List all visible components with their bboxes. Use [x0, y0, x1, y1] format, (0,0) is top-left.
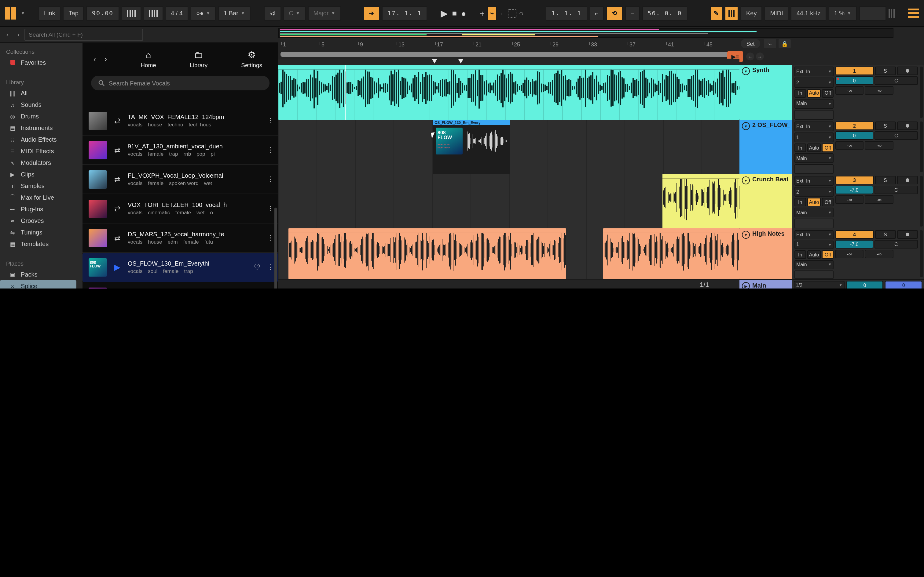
monitor-in-button[interactable]: In	[795, 143, 806, 152]
track-header-2-os-flow-13[interactable]: ▼2 OS_FLOW_13Ext. In▼ 1▼ In Auto Off Mai…	[740, 120, 924, 175]
empty-chooser[interactable]	[795, 219, 834, 228]
loop-icon[interactable]: ⇄	[112, 204, 122, 213]
more-options-icon[interactable]: ⋮	[267, 146, 273, 154]
sample-list-item[interactable]: ⇄TA_MK_VOX_FEMALE12_124bpm_vocalshousete…	[82, 106, 278, 135]
track-header-crunch-beat[interactable]: ▼Crunch BeatExt. In▼ 2▼ In Auto Off Main…	[740, 174, 924, 229]
midi-map-button[interactable]: MIDI	[764, 6, 788, 21]
key-map-button[interactable]: Key	[741, 6, 762, 21]
scale-toggle[interactable]: ♭♯	[264, 6, 281, 21]
sidebar-item-drums[interactable]: ◎Drums	[0, 111, 82, 122]
input-type-menu[interactable]: Ext. In▼	[795, 176, 834, 185]
sample-list-item[interactable]: ⇄DS_MT3_124_vocal_hook_female_vocalstech…	[82, 282, 278, 288]
nudge-up-button[interactable]	[143, 6, 163, 21]
prev-marker-button[interactable]: ←	[746, 53, 754, 60]
sample-list-item[interactable]: ⇄VOX_TORI_LETZLER_100_vocal_hvocalscinem…	[82, 194, 278, 224]
pan-field[interactable]: C	[874, 240, 918, 248]
link-button[interactable]: Link	[39, 6, 61, 21]
more-options-icon[interactable]: ⋮	[267, 234, 273, 242]
solo-button[interactable]: S	[875, 176, 896, 184]
fold-icon[interactable]: ▼	[742, 122, 750, 130]
audio-clip[interactable]	[278, 65, 740, 120]
arm-button[interactable]	[897, 66, 918, 75]
menu-icon[interactable]	[908, 8, 919, 18]
arrangement-overview[interactable]	[278, 28, 893, 38]
volume-field[interactable]: 0	[835, 131, 873, 140]
follow-button[interactable]: ➔	[363, 6, 380, 21]
sidebar-item-midi-effects[interactable]: ≣MIDI Effects	[0, 145, 82, 157]
browser-back-button[interactable]: ‹	[2, 29, 12, 40]
monitor-in-button[interactable]: In	[795, 198, 806, 206]
sidebar-item-all[interactable]: ||||All	[0, 87, 82, 99]
sidebar-item-templates[interactable]: ▦Templates	[0, 238, 82, 250]
volume-field[interactable]: -7.0	[835, 185, 873, 194]
sidebar-item-splice[interactable]: ∞Splice	[0, 280, 76, 288]
loop-length-field[interactable]: 56. 0. 0	[642, 6, 687, 21]
monitor-off-button[interactable]: Off	[822, 198, 834, 206]
sidebar-item-audio-effects[interactable]: ⁞⁞Audio Effects	[0, 134, 82, 145]
tap-tempo-button[interactable]: Tap	[63, 6, 84, 21]
pan-field[interactable]: C	[874, 185, 918, 194]
empty-chooser[interactable]	[795, 164, 834, 174]
audio-clip[interactable]: OS_FLOW_130_Em_Every808 FLOWRNB·SOUL POP…	[433, 120, 510, 175]
input-channel-menu[interactable]: 2▼	[795, 187, 834, 197]
sample-list-item[interactable]: ⇄DS_MARS_125_vocal_harmony_fevocalshouse…	[82, 224, 278, 253]
input-channel-menu[interactable]: 1▼	[795, 240, 834, 249]
draw-mode-button[interactable]: ✎	[710, 6, 722, 21]
solo-button[interactable]: S	[875, 230, 896, 239]
track-lane-crunch-beat[interactable]	[278, 174, 740, 229]
solo-button[interactable]: S	[875, 121, 896, 130]
scale-root-menu[interactable]: C▼	[283, 6, 305, 21]
splice-back-button[interactable]: ‹	[94, 55, 96, 63]
monitor-in-button[interactable]: In	[795, 89, 806, 97]
sample-list-item[interactable]: ⇄91V_AT_130_ambient_vocal_duenvocalsfema…	[82, 135, 278, 165]
stop-button[interactable]: ■	[452, 8, 457, 18]
splice-tab-settings[interactable]: ⚙Settings	[241, 50, 262, 68]
record-button[interactable]: ●	[461, 8, 466, 18]
arrangement-loop-brace[interactable]	[281, 52, 738, 57]
monitor-auto-button[interactable]: Auto	[807, 143, 821, 152]
browser-forward-button[interactable]: ›	[13, 29, 23, 40]
push-status-icon[interactable]	[5, 7, 16, 19]
audio-clip[interactable]	[603, 228, 740, 279]
locator-lane[interactable]	[278, 59, 740, 65]
track-lane-high-notes[interactable]	[278, 228, 740, 280]
splice-scrollbar[interactable]	[275, 208, 277, 288]
sidebar-item-tunings[interactable]: ⇋Tunings	[0, 227, 82, 238]
input-type-menu[interactable]: Ext. In▼	[795, 121, 834, 131]
arrangement-position-field[interactable]: 17. 1. 1	[382, 6, 427, 21]
sidebar-item-favorites[interactable]: Favorites	[0, 57, 82, 68]
track-lane-synth[interactable]	[278, 65, 740, 120]
punch-out-button[interactable]: ⌐	[625, 6, 640, 21]
session-record-button[interactable]	[508, 9, 516, 18]
splice-tab-library[interactable]: 🗀Library	[190, 50, 207, 68]
input-type-menu[interactable]: Ext. In▼	[795, 230, 834, 239]
loop-capture-icon[interactable]: ○	[519, 9, 523, 18]
empty-chooser[interactable]	[795, 110, 834, 120]
loop-icon[interactable]: ⇄	[112, 146, 122, 154]
arm-button[interactable]	[897, 230, 918, 239]
arm-button[interactable]	[897, 176, 918, 184]
arm-button[interactable]	[897, 121, 918, 130]
monitor-auto-button[interactable]: Auto	[807, 89, 821, 97]
more-options-icon[interactable]: ⋮	[267, 175, 273, 183]
browser-search-input[interactable]: Search All (Cmd + F)	[24, 28, 143, 40]
monitor-auto-button[interactable]: Auto	[807, 198, 821, 206]
fold-icon[interactable]: ▼	[742, 67, 750, 75]
track-header-high-notes[interactable]: ▼High NotesExt. In▼ 1▼ In Auto Off Main▼…	[740, 228, 924, 280]
play-icon[interactable]: ▶	[112, 263, 122, 272]
splice-tab-home[interactable]: ⌂Home	[141, 50, 156, 68]
capture-midi-button[interactable]: +	[480, 8, 485, 18]
track-number-arm[interactable]: 2	[835, 121, 874, 130]
loop-start-field[interactable]: 1. 1. 1	[546, 6, 587, 21]
main-track-name[interactable]: ▶Main	[740, 280, 792, 288]
track-name[interactable]: ▼Crunch Beat	[740, 174, 792, 228]
automation-arm-button[interactable]: ⌁	[487, 6, 497, 21]
chevron-down-icon[interactable]: ▼	[21, 11, 25, 15]
cue-out-menu[interactable]: 1/2▼	[794, 281, 844, 288]
re-enable-automation-button[interactable]: ←	[499, 10, 506, 16]
pan-field[interactable]: C	[874, 131, 918, 140]
monitor-off-button[interactable]: Off	[822, 143, 834, 152]
track-number-arm[interactable]: 4	[835, 230, 874, 239]
sidebar-item-max-for-live[interactable]: ⌒Max for Live	[0, 192, 82, 203]
more-options-icon[interactable]: ⋮	[267, 263, 273, 271]
